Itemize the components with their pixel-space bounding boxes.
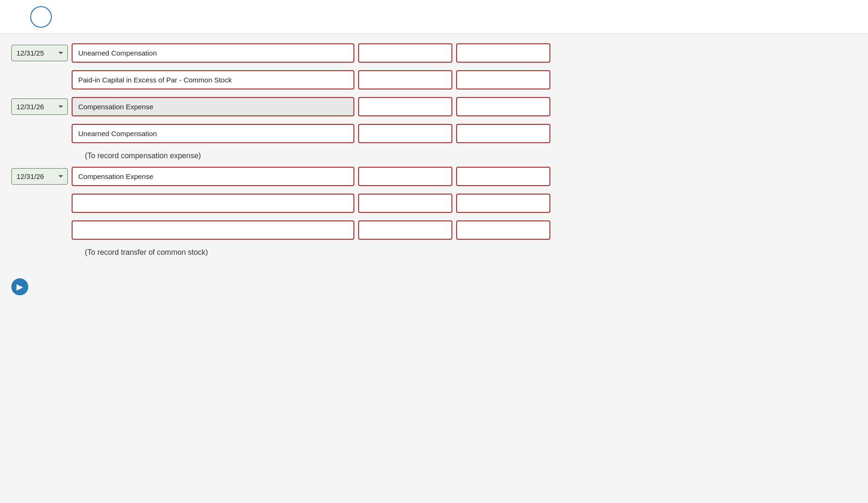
note-text: (To record transfer of common stock) (85, 248, 208, 257)
account-cell (72, 43, 354, 63)
credit-cell (456, 70, 550, 89)
table-row: 12/31/2512/31/2612/31/27 (0, 41, 868, 65)
date-select[interactable]: 12/31/2512/31/2612/31/27 (11, 45, 68, 61)
credit-input[interactable] (456, 124, 550, 143)
debit-cell (358, 124, 452, 143)
account-cell (72, 124, 354, 143)
header-left (11, 6, 52, 28)
account-cell (72, 70, 354, 89)
table-row: 12/31/2512/31/2612/31/27 (0, 165, 868, 188)
table-row (0, 219, 868, 242)
credit-input[interactable] (456, 97, 550, 116)
date-select[interactable]: 12/31/2512/31/2612/31/27 (11, 98, 68, 115)
account-cell (72, 167, 354, 186)
account-cell (72, 97, 354, 116)
account-input[interactable] (72, 167, 354, 186)
credit-input[interactable] (456, 70, 550, 89)
debit-input[interactable] (358, 70, 452, 89)
date-select[interactable]: 12/31/2512/31/2612/31/27 (11, 168, 68, 185)
date-cell: 12/31/2512/31/2612/31/27 (0, 98, 66, 115)
debit-cell (358, 167, 452, 186)
account-input[interactable] (72, 70, 354, 89)
debit-input[interactable] (358, 194, 452, 213)
table-row: 12/31/2512/31/2612/31/27 (0, 95, 868, 118)
account-cell (72, 220, 354, 240)
table-row (0, 122, 868, 145)
debit-input[interactable] (358, 167, 452, 186)
debit-cell (358, 97, 452, 116)
debit-input[interactable] (358, 43, 452, 63)
table-row (0, 192, 868, 215)
credit-input[interactable] (456, 220, 550, 240)
debit-input[interactable] (358, 124, 452, 143)
debit-cell (358, 194, 452, 213)
credit-cell (456, 220, 550, 240)
debit-input[interactable] (358, 220, 452, 240)
main-content: 12/31/2512/31/2612/31/2712/31/2512/31/26… (0, 34, 868, 273)
note-text: (To record compensation expense) (85, 152, 201, 160)
prev-button[interactable] (11, 15, 19, 19)
debit-cell (358, 220, 452, 240)
account-input[interactable] (72, 124, 354, 143)
credit-input[interactable] (456, 167, 550, 186)
account-cell (72, 194, 354, 213)
credit-input[interactable] (456, 194, 550, 213)
credit-input[interactable] (456, 43, 550, 63)
account-input[interactable] (72, 194, 354, 213)
account-input[interactable] (72, 220, 354, 240)
date-cell: 12/31/2512/31/2612/31/27 (0, 45, 66, 61)
credit-cell (456, 124, 550, 143)
account-input[interactable] (72, 43, 354, 63)
header (0, 0, 868, 34)
credit-cell (456, 43, 550, 63)
credit-cell (456, 97, 550, 116)
journal-table: 12/31/2512/31/2612/31/2712/31/2512/31/26… (0, 41, 868, 261)
credit-cell (456, 194, 550, 213)
debit-cell (358, 43, 452, 63)
date-cell: 12/31/2512/31/2612/31/27 (0, 168, 66, 185)
bottom-bar: ▶ (0, 273, 868, 301)
note-row: (To record compensation expense) (0, 149, 868, 165)
note-row: (To record transfer of common stock) (0, 245, 868, 261)
account-input[interactable] (72, 97, 354, 116)
action-icon[interactable]: ▶ (11, 278, 28, 295)
credit-cell (456, 167, 550, 186)
debit-input[interactable] (358, 97, 452, 116)
next-button[interactable] (30, 6, 52, 28)
table-row (0, 68, 868, 91)
debit-cell (358, 70, 452, 89)
